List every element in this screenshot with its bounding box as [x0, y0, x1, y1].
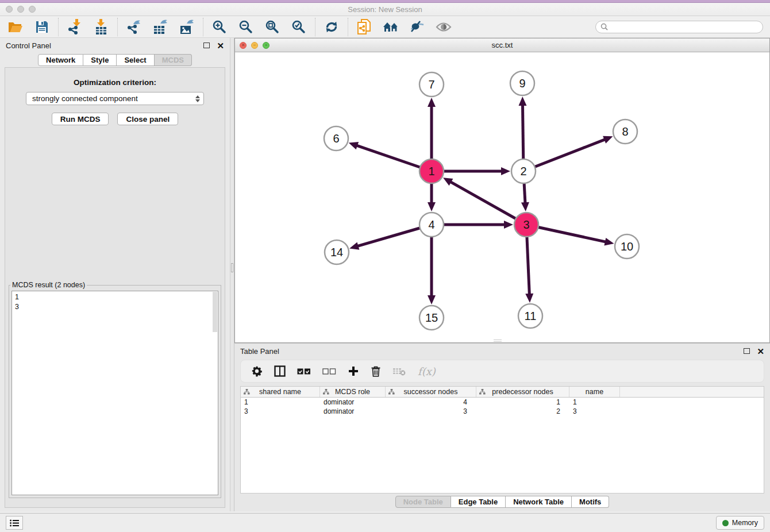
tab-node-table[interactable]: Node Table: [395, 496, 451, 508]
graph-node-label: 8: [622, 125, 628, 138]
network-canvas[interactable]: 7968124314101511: [235, 52, 769, 342]
network-window-titlebar: ✕ − + scc.txt: [235, 38, 769, 52]
gear-icon[interactable]: [251, 365, 263, 377]
graph-node-label: 10: [621, 240, 633, 253]
close-table-panel-icon[interactable]: ✕: [757, 347, 764, 356]
cell-predecessor-nodes[interactable]: 1: [476, 398, 569, 407]
graph-node-label: 6: [333, 132, 339, 145]
cell-name[interactable]: 3: [569, 407, 620, 416]
memory-status-icon: [722, 520, 729, 526]
network-graph[interactable]: 7968124314101511: [235, 52, 769, 342]
cell-predecessor-nodes[interactable]: 2: [476, 407, 569, 416]
column-header-name[interactable]: name: [569, 387, 620, 397]
float-table-panel-icon[interactable]: [744, 348, 750, 354]
mcds-result-textarea[interactable]: 1 3: [11, 291, 218, 495]
column-header-successor-nodes[interactable]: successor nodes: [386, 387, 476, 397]
cell-shared-name[interactable]: 3: [241, 407, 320, 416]
cell-mcds-role[interactable]: dominator: [320, 398, 386, 407]
network-view-window: ✕ − + scc.txt 7968124314101511: [234, 38, 770, 343]
graph-arrowhead: [428, 202, 436, 211]
zoom-in-icon[interactable]: [211, 18, 228, 36]
zoom-out-icon[interactable]: [237, 18, 255, 36]
close-panel-icon[interactable]: ✕: [217, 41, 224, 50]
column-header-mcds-role[interactable]: MCDS role: [320, 387, 386, 397]
mcds-tab-content: Optimization criterion: strongly connect…: [5, 67, 225, 508]
table-tabs: Node Table Edge Table Network Table Moti…: [234, 496, 770, 508]
homes-icon[interactable]: [382, 18, 399, 36]
export-network-icon[interactable]: [125, 18, 143, 36]
status-bar: Memory: [0, 513, 770, 532]
search-input[interactable]: [611, 23, 758, 31]
delete-column-icon[interactable]: [392, 367, 406, 376]
cell-mcds-role[interactable]: dominator: [320, 407, 386, 416]
cell-name[interactable]: 1: [569, 398, 620, 407]
column-header-predecessor-nodes[interactable]: predecessor nodes: [476, 387, 569, 397]
refresh-layout-icon[interactable]: [323, 18, 340, 36]
import-network-icon[interactable]: [66, 18, 83, 36]
export-image-icon[interactable]: [178, 18, 195, 36]
tab-style[interactable]: Style: [83, 54, 117, 66]
show-eye-icon[interactable]: [435, 18, 452, 36]
close-panel-button[interactable]: Close panel: [117, 113, 178, 125]
graph-arrowhead: [604, 238, 614, 246]
tab-edge-table[interactable]: Edge Table: [451, 496, 506, 508]
zoom-fit-icon[interactable]: [264, 18, 281, 36]
result-line: 1: [15, 292, 218, 302]
column-header-shared-name[interactable]: shared name: [241, 387, 320, 397]
task-history-button[interactable]: [6, 516, 23, 530]
window-title: Session: New Session: [0, 5, 770, 14]
control-panel: Control Panel ✕ Network Style Select MCD…: [0, 38, 230, 511]
search-box: [595, 21, 763, 33]
mcds-result-title: MCDS result (2 nodes): [10, 281, 87, 289]
tab-network[interactable]: Network: [38, 54, 83, 66]
cell-successor-nodes[interactable]: 3: [386, 407, 476, 416]
search-icon: [600, 23, 608, 30]
save-icon[interactable]: [33, 18, 51, 36]
graph-node-label: 1: [428, 165, 434, 178]
graph-node-label: 2: [520, 165, 526, 178]
clone-network-icon[interactable]: [356, 18, 373, 36]
function-builder-icon[interactable]: f(x): [418, 365, 436, 377]
float-panel-icon[interactable]: [203, 43, 210, 48]
table-panel: Table Panel ✕: [234, 343, 770, 511]
graph-edge-3-1[interactable]: [449, 182, 526, 225]
graph-arrowhead: [525, 294, 533, 303]
graph-arrowhead: [504, 221, 513, 229]
memory-button[interactable]: Memory: [716, 516, 764, 530]
cell-shared-name[interactable]: 1: [241, 398, 320, 407]
run-mcds-button[interactable]: Run MCDS: [52, 113, 109, 125]
tab-select[interactable]: Select: [117, 54, 154, 66]
unselect-all-checkboxes-icon[interactable]: [322, 368, 336, 375]
tab-network-table[interactable]: Network Table: [506, 496, 572, 508]
zoom-selected-icon[interactable]: [290, 18, 307, 36]
result-scrollbar-thumb[interactable]: [213, 292, 217, 332]
graph-node-label: 11: [525, 310, 537, 322]
attribute-icon: [479, 389, 486, 395]
tab-mcds[interactable]: MCDS: [155, 54, 192, 66]
import-table-icon[interactable]: [93, 18, 110, 36]
control-panel-title: Control Panel: [6, 41, 51, 50]
splitter-grip[interactable]: [231, 263, 233, 272]
table-toolbar: f(x): [240, 360, 764, 383]
graph-arrowhead: [603, 136, 613, 144]
trash-icon[interactable]: [371, 365, 381, 377]
open-folder-icon[interactable]: [7, 18, 24, 36]
export-table-icon[interactable]: [152, 18, 169, 36]
cell-successor-nodes[interactable]: 4: [386, 398, 476, 407]
graph-arrowhead: [428, 295, 436, 304]
panel-splitter[interactable]: [230, 38, 234, 511]
graph-arrowhead: [349, 142, 359, 149]
control-panel-tabs: Network Style Select MCDS: [0, 54, 230, 66]
network-resize-grip[interactable]: [494, 340, 502, 342]
graph-arrowhead: [521, 202, 529, 211]
table-row[interactable]: 3 dominator 3 2 3: [241, 407, 764, 416]
add-column-icon[interactable]: [348, 365, 359, 377]
select-all-checkboxes-icon[interactable]: [297, 368, 311, 375]
tab-motifs[interactable]: Motifs: [572, 496, 609, 508]
columns-icon[interactable]: [274, 365, 286, 377]
optimization-criterion-select[interactable]: strongly connected component: [26, 92, 204, 105]
table-row[interactable]: 1 dominator 4 1 1: [241, 398, 764, 407]
graph-arrowhead: [349, 242, 359, 249]
hide-eye-icon[interactable]: [409, 18, 426, 36]
graph-edge-2-8[interactable]: [523, 139, 606, 171]
